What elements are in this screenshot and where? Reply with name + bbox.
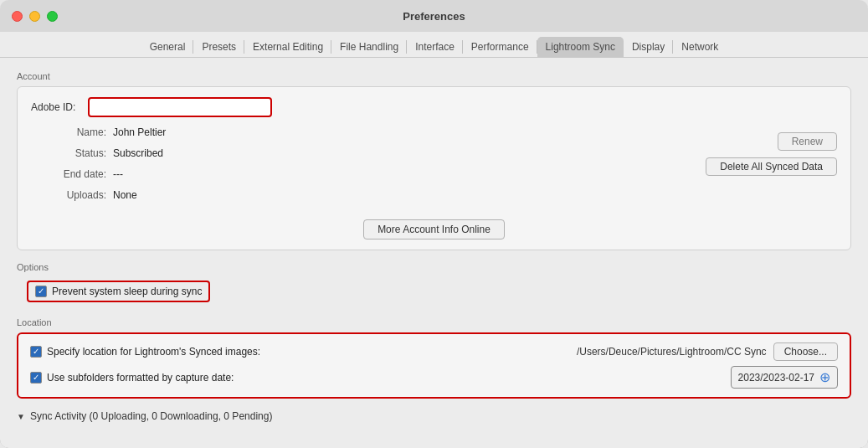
tab-network[interactable]: Network: [673, 37, 727, 57]
adobe-id-input[interactable]: [88, 97, 272, 117]
tab-bar: General Presets External Editing File Ha…: [0, 32, 868, 58]
sync-activity-row: ▼ Sync Activity (0 Uploading, 0 Download…: [17, 410, 851, 422]
location-path: /Users/Deuce/Pictures/Lightroom/CC Sync: [577, 346, 767, 358]
triangle-icon: ▼: [17, 412, 25, 421]
minimize-button[interactable]: [29, 11, 40, 22]
end-date-row: End date: ---: [39, 166, 166, 183]
name-val: John Peltier: [113, 126, 166, 138]
tab-interface[interactable]: Interface: [407, 37, 463, 57]
account-left-info: Name: John Peltier Status: Subscribed En…: [31, 124, 166, 208]
uploads-row: Uploads: None: [39, 187, 166, 203]
titlebar: Preferences: [0, 0, 868, 32]
more-info-row: More Account Info Online: [31, 213, 837, 239]
uploads-key: Uploads:: [39, 189, 106, 201]
specify-location-left: ✓ Specify location for Lightroom's Synce…: [30, 346, 260, 358]
prevent-sleep-checkbox[interactable]: ✓: [35, 286, 47, 297]
tab-performance[interactable]: Performance: [463, 37, 537, 57]
name-key: Name:: [39, 126, 106, 138]
choose-button[interactable]: Choose...: [773, 342, 838, 361]
options-section: Options ✓ Prevent system sleep during sy…: [17, 262, 851, 306]
checkmark-icon: ✓: [38, 287, 44, 296]
account-box: Adobe ID: Name: John Peltier Status:: [17, 86, 851, 250]
options-section-label: Options: [17, 262, 851, 272]
end-date-key: End date:: [39, 168, 106, 180]
status-key: Status:: [39, 147, 106, 159]
date-format-value: 2023/2023-02-17: [738, 372, 814, 384]
account-info-grid: Name: John Peltier Status: Subscribed En…: [31, 124, 837, 208]
adobe-id-label: Adobe ID:: [31, 101, 81, 113]
more-account-info-button[interactable]: More Account Info Online: [363, 219, 505, 239]
location-section: Location ✓ Specify location for Lightroo…: [17, 317, 851, 399]
account-section-label: Account: [17, 71, 851, 81]
checkmark-icon-3: ✓: [33, 373, 39, 382]
options-box: ✓ Prevent system sleep during sync: [17, 277, 851, 306]
sync-activity-label: Sync Activity (0 Uploading, 0 Downloadin…: [30, 410, 273, 422]
subfolders-checkbox[interactable]: ✓: [30, 372, 42, 384]
delete-synced-data-button[interactable]: Delete All Synced Data: [706, 157, 837, 176]
maximize-button[interactable]: [47, 11, 58, 22]
tab-external-editing[interactable]: External Editing: [244, 37, 331, 57]
specify-location-checkbox[interactable]: ✓: [30, 346, 42, 358]
status-val: Subscribed: [113, 147, 163, 159]
tab-presets[interactable]: Presets: [193, 37, 244, 57]
renew-button[interactable]: Renew: [778, 132, 837, 151]
end-date-val: ---: [113, 168, 123, 180]
subfolders-label: Use subfolders formatted by capture date…: [47, 372, 234, 384]
specify-location-label: Specify location for Lightroom's Synced …: [47, 346, 260, 358]
subfolders-right: 2023/2023-02-17 ⊕: [731, 366, 838, 389]
info-rows: Name: John Peltier Status: Subscribed En…: [39, 124, 166, 203]
tab-display[interactable]: Display: [624, 37, 673, 57]
window-title: Preferences: [403, 10, 465, 23]
prevent-sleep-row: ✓ Prevent system sleep during sync: [27, 281, 210, 302]
location-box: ✓ Specify location for Lightroom's Synce…: [17, 332, 851, 399]
date-format-select[interactable]: 2023/2023-02-17 ⊕: [731, 366, 838, 389]
content-area: Account Adobe ID: Name: John Peltier: [0, 58, 868, 448]
name-row: Name: John Peltier: [39, 124, 166, 141]
tab-file-handling[interactable]: File Handling: [331, 37, 407, 57]
prevent-sleep-label: Prevent system sleep during sync: [52, 286, 202, 297]
checkmark-icon-2: ✓: [33, 348, 39, 356]
specify-location-row: ✓ Specify location for Lightroom's Synce…: [30, 342, 838, 361]
subfolders-row: ✓ Use subfolders formatted by capture da…: [30, 366, 838, 389]
main-window: Preferences General Presets External Edi…: [0, 0, 868, 448]
tab-general[interactable]: General: [141, 37, 194, 57]
uploads-val: None: [113, 189, 137, 201]
subfolders-left: ✓ Use subfolders formatted by capture da…: [30, 372, 234, 384]
window-controls: [12, 11, 58, 22]
account-right-buttons: Renew Delete All Synced Data: [706, 124, 837, 176]
location-section-label: Location: [17, 317, 851, 327]
status-row: Status: Subscribed: [39, 145, 166, 162]
chevron-down-icon: ⊕: [819, 369, 830, 385]
tab-lightroom-sync[interactable]: Lightroom Sync: [537, 37, 624, 57]
specify-location-right: /Users/Deuce/Pictures/Lightroom/CC Sync …: [577, 342, 838, 361]
adobe-id-row: Adobe ID:: [31, 97, 837, 117]
account-section: Account Adobe ID: Name: John Peltier: [17, 71, 851, 250]
close-button[interactable]: [12, 11, 23, 22]
